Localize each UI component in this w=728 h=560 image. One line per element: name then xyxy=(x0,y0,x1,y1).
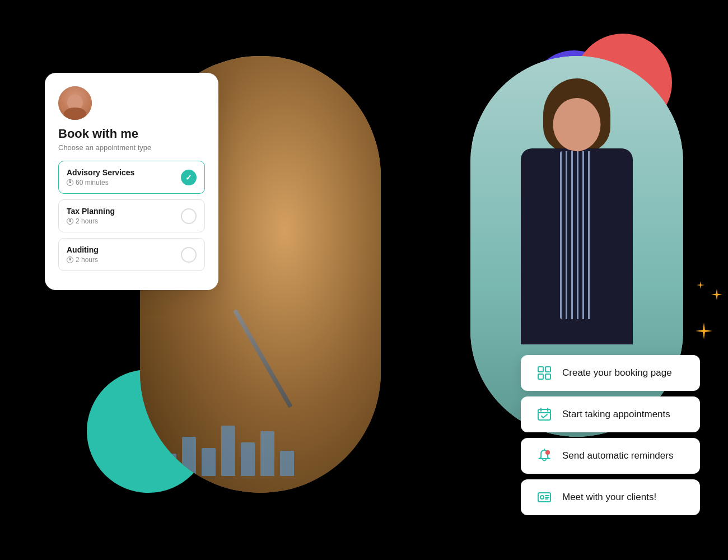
svg-rect-0 xyxy=(538,367,543,372)
calendar-check-icon xyxy=(534,404,554,424)
svg-rect-3 xyxy=(545,374,550,379)
appointment-auditing-info: Auditing 2 hours xyxy=(67,245,99,264)
auditing-duration: 2 hours xyxy=(67,256,99,264)
radio-advisory[interactable]: ✓ xyxy=(181,170,197,185)
svg-point-9 xyxy=(545,450,550,455)
auditing-name: Auditing xyxy=(67,245,99,254)
advisory-duration: 60 minutes xyxy=(67,179,134,186)
sparkle-tiny xyxy=(697,281,704,291)
grid-icon xyxy=(534,363,554,383)
step-clients-text: Meet with your clients! xyxy=(562,492,656,503)
step-reminders-text: Send automatic reminders xyxy=(562,450,673,461)
svg-rect-2 xyxy=(538,374,543,379)
appointment-tax[interactable]: Tax Planning 2 hours xyxy=(58,199,205,232)
clock-icon-advisory xyxy=(67,179,73,186)
svg-rect-4 xyxy=(538,409,550,420)
booking-card: Book with me Choose an appointment type … xyxy=(45,73,218,290)
step-meet-clients[interactable]: Meet with your clients! xyxy=(521,479,700,515)
check-mark: ✓ xyxy=(185,174,192,181)
clock-icon-auditing xyxy=(67,256,73,263)
scene: Book with me Choose an appointment type … xyxy=(0,0,728,560)
bell-icon xyxy=(534,446,554,466)
appointment-advisory-info: Advisory Services 60 minutes xyxy=(67,168,134,186)
appointment-advisory[interactable]: Advisory Services 60 minutes ✓ xyxy=(58,161,205,194)
svg-point-11 xyxy=(540,496,544,499)
steps-container: Create your booking page Start taking ap… xyxy=(521,355,700,515)
step-create-booking[interactable]: Create your booking page xyxy=(521,355,700,391)
tax-duration: 2 hours xyxy=(67,217,115,225)
step-reminders[interactable]: Send automatic reminders xyxy=(521,438,700,474)
sparkle-large xyxy=(696,323,712,342)
user-card-icon xyxy=(534,487,554,507)
advisory-name: Advisory Services xyxy=(67,168,134,177)
appointment-tax-info: Tax Planning 2 hours xyxy=(67,207,115,225)
tax-name: Tax Planning xyxy=(67,207,115,216)
step-create-text: Create your booking page xyxy=(562,367,672,379)
svg-rect-1 xyxy=(545,367,550,372)
appointment-auditing[interactable]: Auditing 2 hours xyxy=(58,238,205,271)
pen-shape xyxy=(233,309,293,408)
clock-icon-tax xyxy=(67,218,73,225)
step-start-appointments[interactable]: Start taking appointments xyxy=(521,396,700,432)
step-appointments-text: Start taking appointments xyxy=(562,409,670,420)
sparkle-small xyxy=(711,289,722,302)
card-subtitle: Choose an appointment type xyxy=(58,143,205,152)
radio-auditing[interactable] xyxy=(181,247,197,263)
avatar xyxy=(58,86,92,120)
card-title: Book with me xyxy=(58,127,205,141)
radio-tax[interactable] xyxy=(181,208,197,224)
